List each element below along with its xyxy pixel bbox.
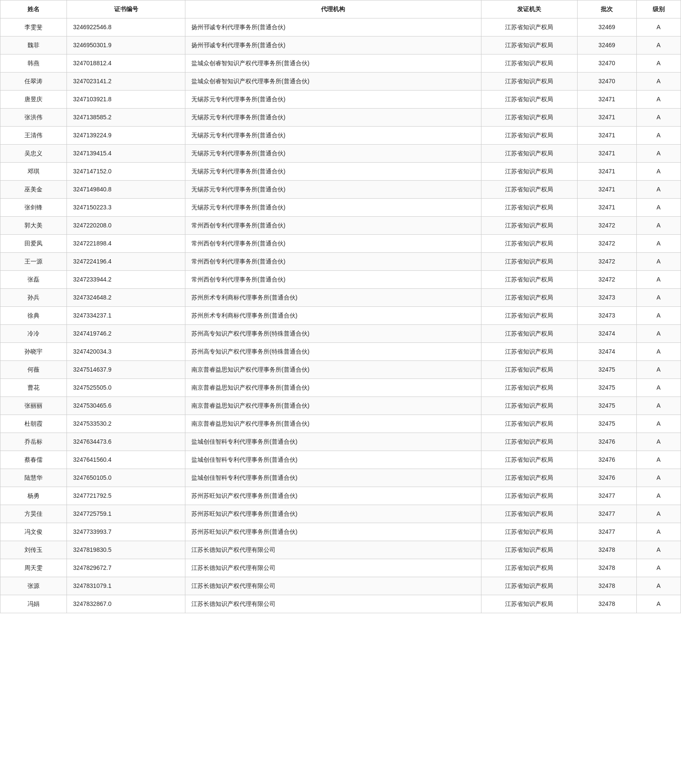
table-cell: 3247832867.0: [67, 595, 185, 613]
table-cell: 方昊佳: [0, 505, 67, 523]
table-cell: A: [636, 343, 681, 361]
table-row: 孙晓宇3247420034.3苏州高专知识产权代理事务所(特殊普通合伙)江苏省知…: [0, 343, 681, 361]
table-row: 魏菲3246950301.9扬州邗诚专利代理事务所(普通合伙)江苏省知识产权局3…: [0, 36, 681, 54]
table-cell: 孙晓宇: [0, 343, 67, 361]
table-cell: 韩燕: [0, 54, 67, 73]
table-cell: 32472: [577, 217, 636, 235]
table-row: 杨勇3247721792.5苏州苏旺知识产权代理事务所(普通合伙)江苏省知识产权…: [0, 487, 681, 505]
table-cell: A: [636, 217, 681, 235]
table-cell: 江苏省知识产权局: [481, 289, 577, 307]
table-row: 张丽丽3247530465.6南京普睿益思知识产权代理事务所(普通合伙)江苏省知…: [0, 397, 681, 415]
table-cell: A: [636, 577, 681, 595]
table-cell: 3247733993.7: [67, 523, 185, 541]
table-cell: 江苏长德知识产权代理有限公司: [185, 577, 481, 595]
table-cell: A: [636, 325, 681, 343]
table-cell: A: [636, 109, 681, 127]
data-table: 姓名 证书编号 代理机构 发证机关 批次 级别 李雯斐3246922546.8扬…: [0, 0, 681, 613]
table-cell: A: [636, 36, 681, 54]
table-cell: 江苏省知识产权局: [481, 91, 577, 109]
table-cell: 蔡春儒: [0, 451, 67, 469]
table-cell: 3247150223.3: [67, 199, 185, 217]
table-cell: 3247334237.1: [67, 307, 185, 325]
table-cell: 江苏省知识产权局: [481, 577, 577, 595]
table-cell: 盐城众创睿智知识产权代理事务所(普通合伙): [185, 54, 481, 73]
col-header-batch: 批次: [577, 0, 636, 18]
table-cell: 3247525505.0: [67, 379, 185, 397]
table-cell: 32476: [577, 469, 636, 487]
table-row: 张磊3247233944.2常州西创专利代理事务所(普通合伙)江苏省知识产权局3…: [0, 271, 681, 289]
table-cell: 江苏省知识产权局: [481, 109, 577, 127]
table-cell: 江苏省知识产权局: [481, 145, 577, 163]
table-row: 任翠涛3247023141.2盐城众创睿智知识产权代理事务所(普通合伙)江苏省知…: [0, 73, 681, 91]
table-cell: 3247149840.8: [67, 181, 185, 199]
table-cell: 3247721792.5: [67, 487, 185, 505]
table-cell: 常州西创专利代理事务所(普通合伙): [185, 253, 481, 271]
table-cell: 无锡苏元专利代理事务所(普通合伙): [185, 181, 481, 199]
table-row: 王清伟3247139224.9无锡苏元专利代理事务所(普通合伙)江苏省知识产权局…: [0, 127, 681, 145]
table-cell: 3247138585.2: [67, 109, 185, 127]
table-row: 何薇3247514637.9南京普睿益思知识产权代理事务所(普通合伙)江苏省知识…: [0, 361, 681, 379]
col-header-issuer: 发证机关: [481, 0, 577, 18]
table-cell: 何薇: [0, 361, 67, 379]
table-row: 冯文俊3247733993.7苏州苏旺知识产权代理事务所(普通合伙)江苏省知识产…: [0, 523, 681, 541]
main-table-container: 姓名 证书编号 代理机构 发证机关 批次 级别 李雯斐3246922546.8扬…: [0, 0, 681, 613]
table-cell: 江苏省知识产权局: [481, 595, 577, 613]
table-cell: A: [636, 91, 681, 109]
table-cell: 32469: [577, 18, 636, 36]
table-cell: 3247139415.4: [67, 145, 185, 163]
table-cell: 江苏省知识产权局: [481, 271, 577, 289]
table-cell: 扬州邗诚专利代理事务所(普通合伙): [185, 36, 481, 54]
table-cell: A: [636, 523, 681, 541]
table-cell: 苏州所术专利商标代理事务所(普通合伙): [185, 307, 481, 325]
table-cell: 江苏省知识产权局: [481, 361, 577, 379]
table-cell: 苏州所术专利商标代理事务所(普通合伙): [185, 289, 481, 307]
table-cell: 江苏省知识产权局: [481, 397, 577, 415]
table-cell: A: [636, 469, 681, 487]
table-cell: 3247419746.2: [67, 325, 185, 343]
table-cell: 江苏省知识产权局: [481, 487, 577, 505]
col-header-name: 姓名: [0, 0, 67, 18]
table-cell: 32473: [577, 307, 636, 325]
table-row: 郭大美3247220208.0常州西创专利代理事务所(普通合伙)江苏省知识产权局…: [0, 217, 681, 235]
table-cell: A: [636, 361, 681, 379]
table-cell: 无锡苏元专利代理事务所(普通合伙): [185, 145, 481, 163]
table-cell: A: [636, 559, 681, 577]
table-cell: 32474: [577, 325, 636, 343]
table-cell: 32478: [577, 577, 636, 595]
table-cell: 徐典: [0, 307, 67, 325]
table-cell: 江苏省知识产权局: [481, 559, 577, 577]
table-row: 周天雯3247829672.7江苏长德知识产权代理有限公司江苏省知识产权局324…: [0, 559, 681, 577]
table-cell: 江苏省知识产权局: [481, 433, 577, 451]
table-cell: 常州西创专利代理事务所(普通合伙): [185, 235, 481, 253]
table-cell: 32471: [577, 199, 636, 217]
table-cell: 乔岳标: [0, 433, 67, 451]
table-cell: 任翠涛: [0, 73, 67, 91]
table-cell: 32470: [577, 73, 636, 91]
table-cell: 3247324648.2: [67, 289, 185, 307]
table-cell: A: [636, 451, 681, 469]
table-cell: 南京普睿益思知识产权代理事务所(普通合伙): [185, 415, 481, 433]
table-cell: 32478: [577, 595, 636, 613]
table-cell: 3247103921.8: [67, 91, 185, 109]
table-cell: 3247224196.4: [67, 253, 185, 271]
table-row: 陆慧华3247650105.0盐城创佳智科专利代理事务所(普通合伙)江苏省知识产…: [0, 469, 681, 487]
table-cell: A: [636, 271, 681, 289]
table-cell: 3247530465.6: [67, 397, 185, 415]
table-cell: 3247831079.1: [67, 577, 185, 595]
table-cell: A: [636, 163, 681, 181]
table-row: 吴忠义3247139415.4无锡苏元专利代理事务所(普通合伙)江苏省知识产权局…: [0, 145, 681, 163]
table-cell: 3247829672.7: [67, 559, 185, 577]
table-cell: 江苏长德知识产权代理有限公司: [185, 559, 481, 577]
table-cell: 江苏省知识产权局: [481, 54, 577, 73]
table-cell: 南京普睿益思知识产权代理事务所(普通合伙): [185, 379, 481, 397]
table-cell: A: [636, 145, 681, 163]
table-cell: 苏州高专知识产权代理事务所(特殊普通合伙): [185, 325, 481, 343]
table-cell: 无锡苏元专利代理事务所(普通合伙): [185, 127, 481, 145]
table-cell: A: [636, 289, 681, 307]
table-cell: A: [636, 18, 681, 36]
table-body: 李雯斐3246922546.8扬州邗诚专利代理事务所(普通合伙)江苏省知识产权局…: [0, 18, 681, 613]
table-row: 孙兵3247324648.2苏州所术专利商标代理事务所(普通合伙)江苏省知识产权…: [0, 289, 681, 307]
table-cell: A: [636, 379, 681, 397]
table-cell: 3246922546.8: [67, 18, 185, 36]
table-header-row: 姓名 证书编号 代理机构 发证机关 批次 级别: [0, 0, 681, 18]
